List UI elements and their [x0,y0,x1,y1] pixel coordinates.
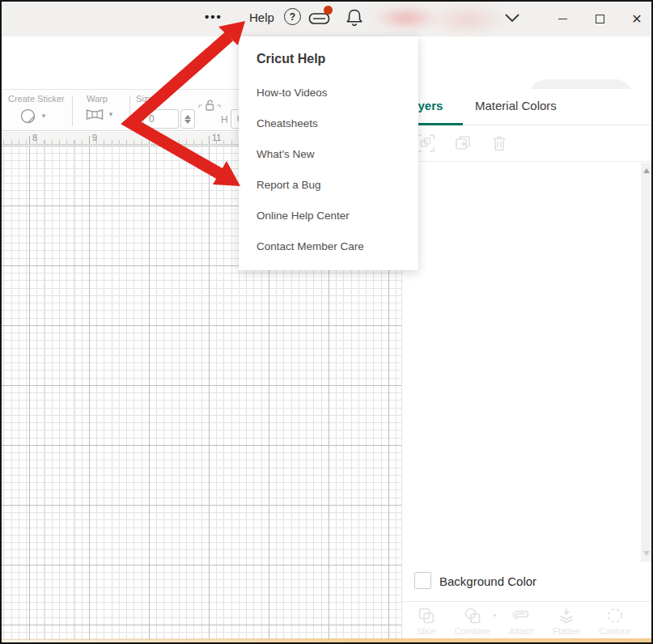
ruler-number: 10 [152,133,162,142]
combine-label: Combine [455,626,490,636]
size-label: Size [136,94,153,104]
width-label: W [134,114,142,125]
help-menu-button[interactable]: Help [249,11,274,24]
help-circle-icon[interactable]: ? [284,8,301,25]
minimize-icon [558,19,567,20]
height-label: H [221,114,228,125]
close-button[interactable]: ✕ [620,2,653,36]
layers-scrollbar[interactable] [641,163,653,561]
attach-icon [512,607,532,625]
background-color-checkbox[interactable] [414,572,431,589]
flatten-button[interactable]: Flatten [553,607,580,636]
duplicate-button[interactable] [454,134,472,152]
slice-button[interactable]: Slice [417,607,436,636]
contour-label: Contour [599,626,630,636]
menu-item-online-help-center[interactable]: Online Help Center [257,210,350,222]
menu-item-cheatsheets[interactable]: Cheatsheets [257,117,318,129]
cricut-help-dropdown: Cricut Help How-to Videos Cheatsheets Wh… [239,36,418,270]
notification-bell-icon[interactable] [345,7,364,28]
scroll-down-icon[interactable] [643,551,650,556]
redacted-account-area [367,3,507,36]
titlebar: ••• Help ? ✕ [2,2,651,36]
ruler-number: 9 [92,133,97,142]
close-icon: ✕ [631,13,642,26]
minimize-button[interactable] [545,2,579,36]
slice-icon [418,607,435,625]
bottom-toolbar: Slice ▼ Combine Attach Flatten Contour [402,602,645,640]
stepper-down-icon [184,120,191,124]
chevron-down-icon[interactable] [504,13,520,23]
maximize-icon [596,15,604,23]
menu-item-whats-new[interactable]: What's New [257,148,315,160]
overflow-menu-icon[interactable]: ••• [205,10,223,23]
size-stepper[interactable] [180,109,195,129]
contour-icon [606,607,624,625]
background-color-label: Background Color [439,574,536,588]
toolbar-divider [129,95,130,126]
help-menu-title: Cricut Help [257,52,325,66]
attach-button[interactable]: Attach [509,607,534,636]
flatten-label: Flatten [553,626,580,636]
layers-list [402,163,641,561]
contour-button[interactable]: Contour [599,607,630,636]
maximize-button[interactable] [583,2,617,36]
bottom-edge-strip [2,638,651,642]
lock-open-icon [198,98,221,112]
layers-panel-actions [402,125,653,162]
aspect-lock-button[interactable] [198,98,221,112]
duplicate-icon [454,134,472,152]
trash-icon [491,134,507,152]
ruler-number: 11 [212,133,221,142]
ruler-number: 8 [32,133,37,142]
attach-label: Attach [509,626,534,636]
group-button[interactable] [417,134,435,152]
group-icon [417,134,435,152]
warp-button[interactable]: ▼ [86,108,114,121]
slice-label: Slice [417,626,436,636]
sticker-icon [19,108,36,125]
width-input[interactable]: 0 [143,109,179,129]
chevron-down-icon[interactable]: ▼ [492,612,498,618]
create-sticker-label: Create Sticker [8,94,65,104]
app-window: ••• Help ? ✕ ave My Stuff Make Create St… [0,0,653,644]
menu-item-contact-member-care[interactable]: Contact Member Care [257,240,364,252]
combine-icon [464,607,481,625]
menu-item-how-to-videos[interactable]: How-to Videos [257,87,328,99]
stepper-up-icon [184,115,191,119]
create-sticker-button[interactable]: ▼ [19,108,47,125]
notification-dot [324,6,333,15]
menu-item-report-a-bug[interactable]: Report a Bug [257,179,321,191]
flatten-icon [558,607,575,625]
combine-button[interactable]: ▼ Combine [455,607,490,636]
tab-material-colors[interactable]: Material Colors [475,99,557,112]
delete-button[interactable] [491,134,507,152]
layers-panel-tabs: Layers Material Colors [402,89,653,125]
scroll-up-icon[interactable] [643,168,650,173]
background-color-row: Background Color [402,561,653,602]
warp-icon [86,108,104,121]
chevron-down-icon: ▼ [40,112,47,120]
warp-label: Warp [87,94,108,104]
chevron-down-icon: ▼ [108,111,114,118]
toolbar-divider [72,95,73,126]
